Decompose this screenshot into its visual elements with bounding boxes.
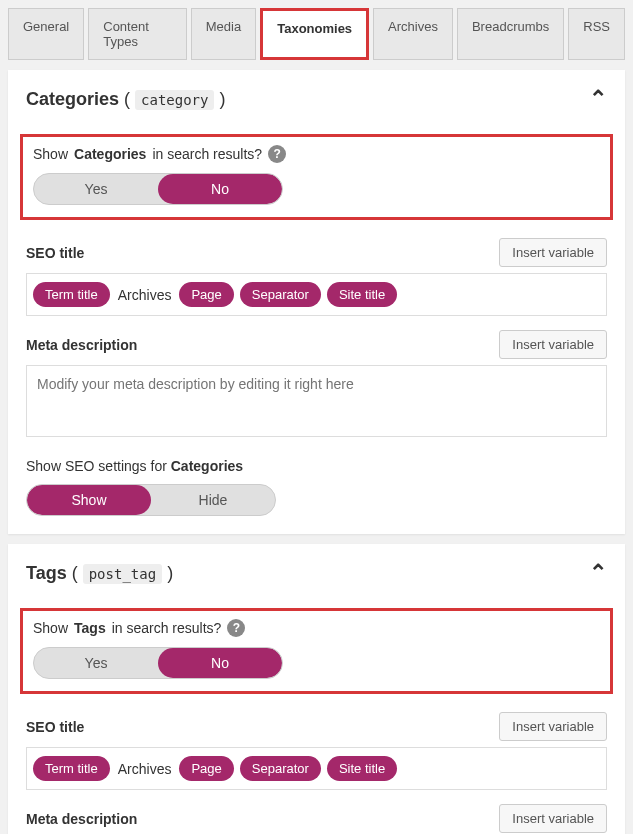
chevron-up-icon[interactable]: ⌃ xyxy=(589,86,607,112)
seo-title-label: SEO title xyxy=(26,245,84,261)
categories-toggle-yes[interactable]: Yes xyxy=(34,174,158,204)
tab-content-types[interactable]: Content Types xyxy=(88,8,187,60)
categories-settings-hide[interactable]: Hide xyxy=(151,485,275,515)
insert-variable-button[interactable]: Insert variable xyxy=(499,238,607,267)
insert-variable-button[interactable]: Insert variable xyxy=(499,330,607,359)
tags-show-toggle: Yes No xyxy=(33,647,283,679)
tags-meta-desc-row: Meta description Insert variable xyxy=(26,804,607,833)
tabs-bar: General Content Types Media Taxonomies A… xyxy=(0,0,633,60)
insert-variable-button[interactable]: Insert variable xyxy=(499,712,607,741)
tab-archives[interactable]: Archives xyxy=(373,8,453,60)
categories-show-label: Show Categories in search results? ? xyxy=(33,145,600,163)
categories-toggle-no[interactable]: No xyxy=(158,174,282,204)
tags-toggle-no[interactable]: No xyxy=(158,648,282,678)
categories-show-toggle: Yes No xyxy=(33,173,283,205)
help-icon[interactable]: ? xyxy=(227,619,245,637)
tags-show-label: Show Tags in search results? ? xyxy=(33,619,600,637)
categories-title: Categories ( category ) xyxy=(26,89,225,110)
meta-description-label: Meta description xyxy=(26,811,137,827)
tab-taxonomies[interactable]: Taxonomies xyxy=(260,8,369,60)
tab-general[interactable]: General xyxy=(8,8,84,60)
var-term-title[interactable]: Term title xyxy=(33,282,110,307)
var-separator[interactable]: Separator xyxy=(240,756,321,781)
meta-description-label: Meta description xyxy=(26,337,137,353)
var-separator[interactable]: Separator xyxy=(240,282,321,307)
tab-media[interactable]: Media xyxy=(191,8,256,60)
help-icon[interactable]: ? xyxy=(268,145,286,163)
tab-breadcrumbs[interactable]: Breadcrumbs xyxy=(457,8,564,60)
meta-description-input[interactable] xyxy=(26,365,607,437)
tags-panel: Tags ( post_tag ) ⌃ Show Tags in search … xyxy=(8,544,625,834)
insert-variable-button[interactable]: Insert variable xyxy=(499,804,607,833)
tags-header[interactable]: Tags ( post_tag ) ⌃ xyxy=(26,560,607,586)
seo-title-input[interactable]: Term title Archives Page Separator Site … xyxy=(26,273,607,316)
var-archives-text: Archives xyxy=(116,287,174,303)
categories-show-results-box: Show Categories in search results? ? Yes… xyxy=(20,134,613,220)
show-settings-label: Show SEO settings for Categories xyxy=(26,458,607,474)
categories-settings-show[interactable]: Show xyxy=(27,485,151,515)
var-page[interactable]: Page xyxy=(179,282,233,307)
var-page[interactable]: Page xyxy=(179,756,233,781)
tags-title: Tags ( post_tag ) xyxy=(26,563,173,584)
categories-settings-toggle: Show Hide xyxy=(26,484,276,516)
categories-show-settings: Show SEO settings for Categories Show Hi… xyxy=(26,458,607,516)
tags-seo-title-row: SEO title Insert variable xyxy=(26,712,607,741)
categories-header[interactable]: Categories ( category ) ⌃ xyxy=(26,86,607,112)
var-archives-text: Archives xyxy=(116,761,174,777)
var-site-title[interactable]: Site title xyxy=(327,756,397,781)
var-site-title[interactable]: Site title xyxy=(327,282,397,307)
chevron-up-icon[interactable]: ⌃ xyxy=(589,560,607,586)
seo-title-input[interactable]: Term title Archives Page Separator Site … xyxy=(26,747,607,790)
seo-title-label: SEO title xyxy=(26,719,84,735)
categories-seo-title-row: SEO title Insert variable xyxy=(26,238,607,267)
tags-show-results-box: Show Tags in search results? ? Yes No xyxy=(20,608,613,694)
tab-rss[interactable]: RSS xyxy=(568,8,625,60)
var-term-title[interactable]: Term title xyxy=(33,756,110,781)
categories-meta-desc-row: Meta description Insert variable xyxy=(26,330,607,359)
categories-panel: Categories ( category ) ⌃ Show Categorie… xyxy=(8,70,625,534)
tags-toggle-yes[interactable]: Yes xyxy=(34,648,158,678)
